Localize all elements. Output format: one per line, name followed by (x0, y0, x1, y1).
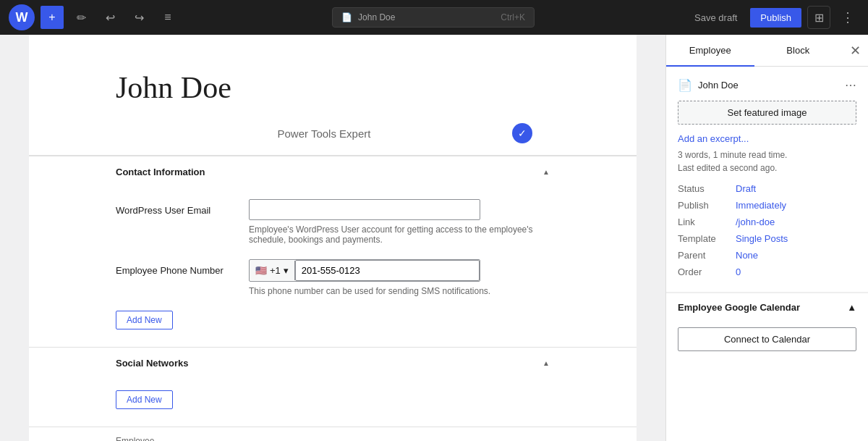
contact-information-panel: Contact Information ▲ WordPress User Ema… (29, 156, 637, 347)
meta-parent-value[interactable]: None (736, 250, 758, 261)
post-meta-section: 📄 John Doe ⋯ Set featured image Add an e… (666, 67, 868, 293)
bottom-label: Employee (29, 427, 637, 441)
contact-section-toggle: ▲ (542, 168, 550, 176)
wordpress-email-row: WordPress User Email Employee's WordPres… (116, 199, 550, 245)
google-calendar-title: Employee Google Calendar (678, 302, 800, 313)
meta-publish-row: Publish Immediately (678, 197, 856, 214)
meta-link-value[interactable]: /john-doe (736, 217, 775, 227)
tab-employee[interactable]: Employee (666, 35, 754, 66)
wp-logo[interactable]: W (9, 4, 35, 30)
meta-template-row: Template Single Posts (678, 230, 856, 247)
add-excerpt-link[interactable]: Add an excerpt... (678, 133, 749, 144)
undo-button[interactable]: ↩ (98, 6, 122, 29)
google-calendar-header[interactable]: Employee Google Calendar ▲ (666, 293, 868, 322)
doc-icon: 📄 (678, 78, 692, 92)
meta-status-row: Status Draft (678, 180, 856, 197)
phone-flag-icon: 🇺🇸 (255, 265, 267, 276)
social-networks-title: Social Networks (116, 358, 188, 369)
wordpress-email-input[interactable] (249, 199, 480, 220)
top-toolbar: W + ✏ ↩ ↪ ≡ 📄 John Doe Ctrl+K Save draft… (0, 0, 868, 35)
meta-link-row: Link /john-doe (678, 214, 856, 230)
wordpress-email-input-area: Employee's WordPress User account for ge… (249, 199, 550, 245)
post-subtitle-area: Power Tools Expert ✓ (29, 123, 637, 156)
add-new-button[interactable]: + (41, 6, 64, 29)
social-networks-panel: Social Networks ▲ Add New (29, 347, 637, 427)
command-search[interactable]: 📄 John Doe Ctrl+K (332, 7, 535, 28)
meta-parent-label: Parent (678, 247, 736, 264)
phone-dropdown-icon: ▾ (284, 265, 289, 276)
contact-information-header[interactable]: Contact Information ▲ (29, 156, 637, 188)
meta-template-label: Template (678, 230, 736, 247)
phone-number-help: This phone number can be used for sendin… (249, 286, 550, 296)
meta-status-value[interactable]: Draft (736, 183, 756, 194)
google-calendar-collapse-icon: ▲ (847, 302, 856, 313)
redo-button[interactable]: ↪ (127, 6, 150, 29)
connect-to-calendar-button[interactable]: Connect to Calendar (678, 327, 856, 351)
sidebar-tabs: Employee Block ✕ (666, 35, 868, 67)
social-section-toggle: ▲ (542, 359, 550, 367)
social-networks-header[interactable]: Social Networks ▲ (29, 348, 637, 379)
editor-content: John Doe Power Tools Expert ✓ Contact In… (29, 35, 637, 441)
meta-note: 3 words, 1 minute read time. Last edited… (678, 148, 856, 175)
publish-button[interactable]: Publish (750, 8, 801, 28)
meta-more-button[interactable]: ⋯ (845, 78, 856, 92)
meta-order-value[interactable]: 0 (736, 266, 741, 277)
editor-area: John Doe Power Tools Expert ✓ Contact In… (0, 35, 665, 441)
google-calendar-content: Connect to Calendar (666, 322, 868, 363)
tab-block[interactable]: Block (754, 35, 843, 66)
phone-number-label: Employee Phone Number (116, 259, 231, 276)
meta-status-label: Status (678, 180, 736, 197)
post-meta-title: 📄 John Doe (678, 78, 739, 92)
post-title[interactable]: John Doe (116, 70, 550, 106)
main-layout: John Doe Power Tools Expert ✓ Contact In… (0, 35, 868, 441)
contact-information-content: WordPress User Email Employee's WordPres… (29, 188, 637, 347)
search-text: John Doe (358, 12, 395, 22)
social-add-new-button[interactable]: Add New (116, 390, 173, 409)
meta-publish-value[interactable]: Immediately (736, 200, 786, 211)
phone-number-input-area: 🇺🇸 +1 ▾ This phone number can be used fo… (249, 259, 550, 296)
post-name-label: John Doe (698, 80, 739, 91)
phone-input-wrap: 🇺🇸 +1 ▾ (249, 259, 480, 282)
edit-button[interactable]: ✏ (69, 6, 93, 29)
phone-number-input[interactable] (295, 260, 480, 281)
post-meta-table: Status Draft Publish Immediately Link /j… (678, 180, 856, 280)
settings-button[interactable]: ⊞ (807, 6, 830, 29)
post-subtitle[interactable]: Power Tools Expert (255, 127, 393, 140)
search-doc-icon: 📄 (341, 12, 352, 22)
social-networks-content: Add New (29, 379, 637, 427)
meta-publish-label: Publish (678, 197, 736, 214)
wordpress-email-help: Employee's WordPress User account for ge… (249, 224, 550, 245)
google-calendar-section: Employee Google Calendar ▲ Connect to Ca… (666, 293, 868, 363)
meta-template-value[interactable]: Single Posts (736, 233, 788, 244)
phone-number-row: Employee Phone Number 🇺🇸 +1 ▾ This p (116, 259, 550, 296)
search-shortcut: Ctrl+K (501, 12, 525, 22)
menu-button[interactable]: ≡ (156, 6, 179, 29)
phone-country-code: +1 (270, 265, 281, 276)
wordpress-email-label: WordPress User Email (116, 199, 231, 216)
post-title-area: John Doe (29, 35, 637, 123)
meta-order-label: Order (678, 264, 736, 280)
close-sidebar-button[interactable]: ✕ (842, 35, 868, 66)
contact-add-new-button[interactable]: Add New (116, 311, 173, 329)
save-draft-button[interactable]: Save draft (687, 8, 744, 28)
set-featured-image-button[interactable]: Set featured image (678, 101, 856, 125)
contact-information-title: Contact Information (116, 167, 205, 177)
post-meta-header: 📄 John Doe ⋯ (678, 78, 856, 92)
meta-order-row: Order 0 (678, 264, 856, 280)
check-icon: ✓ (512, 123, 532, 143)
meta-parent-row: Parent None (678, 247, 856, 264)
meta-link-label: Link (678, 214, 736, 230)
sidebar: Employee Block ✕ 📄 John Doe ⋯ Set featur… (665, 35, 868, 441)
more-options-button[interactable]: ⋮ (836, 6, 859, 29)
phone-flag-button[interactable]: 🇺🇸 +1 ▾ (250, 261, 295, 280)
